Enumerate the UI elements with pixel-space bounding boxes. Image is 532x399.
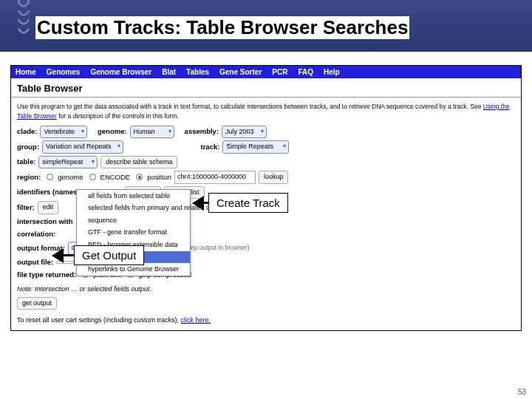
nav-genomes[interactable]: Genomes <box>47 68 81 76</box>
region-encode-radio[interactable] <box>89 174 96 180</box>
nav-pcr[interactable]: PCR <box>272 68 287 76</box>
clade-select[interactable]: Vertebrate <box>40 126 87 139</box>
region-label: region: <box>17 172 41 183</box>
genome-label: genome: <box>98 126 127 137</box>
nav-help[interactable]: Help <box>324 68 340 76</box>
opt-all-fields[interactable]: all fields from selected table <box>77 190 190 202</box>
assembly-label: assembly: <box>185 126 219 137</box>
intersection-note: Note: Intersection … or selected fields … <box>17 284 515 295</box>
filter-edit-button[interactable]: edit <box>38 201 59 214</box>
position-input[interactable]: chr4:1000000-4000000 <box>174 171 256 184</box>
opt-sequence[interactable]: sequence <box>77 214 190 227</box>
track-select[interactable]: Simple Repeats <box>222 140 289 154</box>
get-output-button[interactable]: get output <box>17 297 57 310</box>
reset-link[interactable]: click here. <box>181 316 211 324</box>
arrow-left-icon <box>192 196 204 211</box>
nav-tables[interactable]: Tables <box>186 68 209 76</box>
intro-text: Use this program to get the data associa… <box>17 102 515 121</box>
table-label: table: <box>17 157 35 167</box>
opt-gtf[interactable]: GTF - gene transfer format <box>77 227 190 239</box>
file-type-label: file type returned: <box>17 270 76 280</box>
group-select[interactable]: Variation and Repeats <box>42 140 123 154</box>
create-track-label: Create Track <box>208 193 288 213</box>
arrow-left-icon <box>52 248 64 263</box>
ucsc-navbar: Home Genomes Genome Browser Blat Tables … <box>11 66 521 78</box>
create-track-callout: Create Track <box>192 193 288 213</box>
nav-blat[interactable]: Blat <box>162 68 176 76</box>
nav-genome-browser[interactable]: Genome Browser <box>90 68 151 76</box>
table-select[interactable]: simpleRepeat <box>38 156 98 169</box>
nav-gene-sorter[interactable]: Gene Sorter <box>219 68 262 76</box>
get-output-label: Get Output <box>74 245 144 265</box>
nav-home[interactable]: Home <box>16 68 36 76</box>
reset-line: To reset all user cart settings (includi… <box>17 316 515 326</box>
correlation-label: correlation: <box>17 229 55 239</box>
dna-helix-icon <box>13 0 34 44</box>
assembly-select[interactable]: July 2003 <box>222 126 267 139</box>
group-label: group: <box>17 142 39 152</box>
genome-select[interactable]: Human <box>130 126 174 139</box>
get-output-callout: Get Output <box>52 245 144 265</box>
intersection-label: intersection with <box>17 216 72 227</box>
filter-label: filter: <box>17 202 35 213</box>
page-heading: Table Browser <box>11 78 521 98</box>
send-hint: (keep output in browser) <box>182 243 250 253</box>
clade-label: clade: <box>17 126 37 137</box>
describe-schema-button[interactable]: describe table schema <box>100 156 177 169</box>
slide-number: 53 <box>518 388 526 396</box>
nav-faq[interactable]: FAQ <box>298 68 313 76</box>
slide-title: Custom Tracks: Table Browser Searches <box>35 16 409 39</box>
track-label: track: <box>200 142 219 152</box>
opt-selected-fields[interactable]: selected fields from primary and related… <box>77 202 190 215</box>
lookup-button[interactable]: lookup <box>259 171 289 184</box>
output-file-label: output file: <box>17 257 53 267</box>
region-genome-radio[interactable] <box>47 174 53 180</box>
region-position-radio[interactable] <box>136 174 143 180</box>
